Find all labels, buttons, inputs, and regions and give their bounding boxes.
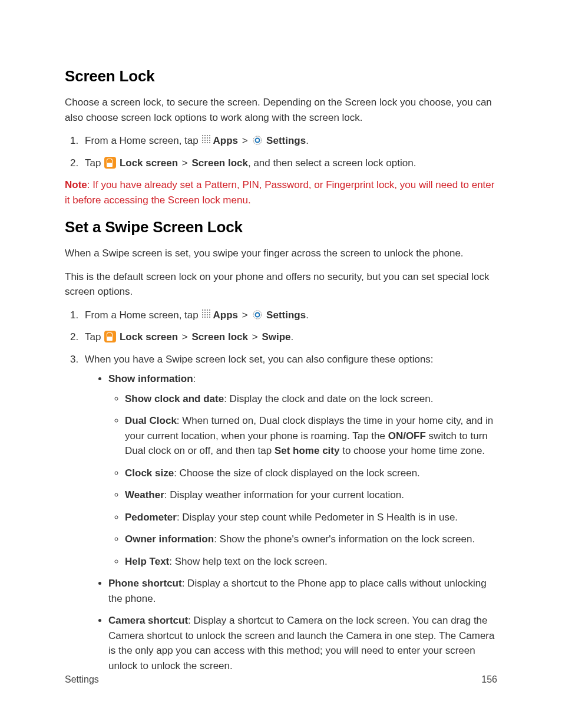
- colon: :: [193, 373, 196, 384]
- svg-point-35: [256, 312, 260, 317]
- paragraph-intro-1: Choose a screen lock, to secure the scre…: [65, 95, 497, 125]
- breadcrumb-separator: >: [182, 331, 188, 342]
- svg-rect-6: [207, 137, 208, 139]
- svg-rect-11: [209, 140, 210, 141]
- screen-lock-label: Screen lock: [192, 331, 248, 342]
- svg-rect-22: [202, 312, 203, 313]
- lock-screen-label: Lock screen: [120, 157, 178, 169]
- period: .: [306, 309, 309, 321]
- lock-screen-icon: [104, 331, 116, 342]
- onoff-label: ON/OFF: [388, 430, 426, 442]
- lock-screen-icon: [104, 157, 116, 169]
- svg-rect-15: [209, 142, 210, 143]
- show-info-sublist: Show clock and date: Display the clock a…: [108, 391, 497, 569]
- svg-rect-7: [209, 137, 210, 139]
- step-text: Tap: [85, 157, 104, 169]
- step-2b: Tap Lock screen > Screen lock > Swipe.: [81, 330, 497, 345]
- svg-rect-32: [207, 317, 208, 318]
- svg-rect-1: [204, 135, 206, 136]
- set-home-city-label: Set home city: [275, 445, 340, 456]
- option-label: Phone shortcut: [108, 578, 182, 589]
- screen-lock-label: Screen lock: [192, 157, 248, 169]
- step-text: From a Home screen, tap: [85, 135, 201, 146]
- breadcrumb-separator: >: [252, 331, 258, 342]
- svg-rect-19: [204, 309, 206, 311]
- svg-rect-2: [207, 135, 208, 136]
- settings-gear-icon: [252, 135, 263, 146]
- breadcrumb-separator: >: [242, 135, 248, 146]
- svg-rect-0: [202, 135, 203, 136]
- heading-swipe-lock: Set a Swipe Screen Lock: [65, 216, 497, 239]
- sub-show-clock-date: Show clock and date: Display the clock a…: [125, 391, 497, 407]
- sub-text: : Display weather information for your c…: [164, 489, 404, 500]
- step-text: From a Home screen, tap: [85, 309, 201, 321]
- svg-rect-3: [209, 135, 210, 136]
- sub-text: : Show the phone's owner's information o…: [214, 533, 475, 545]
- paragraph-swipe-2: This is the default screen lock on your …: [65, 269, 497, 299]
- steps-list-1: From a Home screen, tap Apps > Settings.…: [65, 133, 497, 170]
- settings-label: Settings: [266, 135, 306, 146]
- period: .: [306, 135, 309, 146]
- sub-label: Help Text: [125, 556, 169, 567]
- breadcrumb-separator: >: [182, 157, 188, 169]
- sub-weather: Weather: Display weather information for…: [125, 487, 497, 503]
- svg-rect-9: [204, 140, 206, 141]
- option-camera-shortcut: Camera shortcut: Display a shortcut to C…: [108, 613, 497, 673]
- sub-text: : Display the clock and date on the lock…: [224, 393, 433, 404]
- sub-clock-size: Clock size: Choose the size of clock dis…: [125, 466, 497, 481]
- svg-rect-8: [202, 140, 203, 141]
- svg-rect-29: [209, 314, 210, 315]
- period: .: [291, 331, 294, 342]
- sub-label: Dual Clock: [125, 415, 177, 426]
- footer-section: Settings: [65, 673, 99, 687]
- svg-rect-10: [207, 140, 208, 141]
- svg-rect-31: [204, 317, 206, 318]
- svg-rect-25: [209, 312, 210, 313]
- apps-label: Apps: [213, 135, 238, 146]
- lock-screen-label: Lock screen: [120, 331, 178, 342]
- sub-text: to choose your home time zone.: [339, 445, 485, 456]
- page-footer: Settings 156: [65, 673, 497, 687]
- svg-rect-18: [202, 309, 203, 311]
- step-1b: Tap Lock screen > Screen lock, and then …: [81, 156, 497, 171]
- sub-text: : Choose the size of clock displayed on …: [174, 467, 420, 479]
- swipe-label: Swipe: [262, 331, 290, 342]
- svg-rect-28: [207, 314, 208, 315]
- option-label: Show information: [108, 373, 193, 384]
- svg-rect-33: [209, 317, 210, 318]
- apps-grid-icon: [201, 134, 212, 145]
- apps-grid-icon: [201, 309, 212, 319]
- svg-rect-30: [202, 317, 203, 318]
- sub-owner-information: Owner information: Show the phone's owne…: [125, 532, 497, 547]
- sub-text: : Show help text on the lock screen.: [169, 556, 327, 567]
- sub-label: Owner information: [125, 533, 214, 545]
- svg-rect-21: [209, 309, 210, 311]
- paragraph-swipe-1: When a Swipe screen is set, you swipe yo…: [65, 246, 497, 261]
- svg-rect-26: [202, 314, 203, 315]
- svg-rect-23: [204, 312, 206, 313]
- sub-label: Pedometer: [125, 512, 177, 523]
- svg-rect-5: [204, 137, 206, 139]
- svg-rect-4: [202, 137, 203, 139]
- option-show-information: Show information: Show clock and date: D…: [108, 371, 497, 569]
- sub-pedometer: Pedometer: Display your step count while…: [125, 510, 497, 525]
- svg-rect-27: [204, 314, 206, 315]
- note-label: Note: [65, 179, 87, 190]
- svg-rect-20: [207, 309, 208, 311]
- apps-label: Apps: [213, 309, 238, 321]
- step-tail: , and then select a screen lock option.: [248, 157, 416, 169]
- step-2c: When you have a Swipe screen lock set, y…: [81, 352, 497, 674]
- heading-screen-lock: Screen Lock: [65, 65, 497, 88]
- svg-rect-24: [207, 312, 208, 313]
- step-intro: When you have a Swipe screen lock set, y…: [85, 354, 434, 365]
- note-text: : If you have already set a Pattern, PIN…: [65, 179, 494, 206]
- options-list: Show information: Show clock and date: D…: [85, 371, 497, 673]
- breadcrumb-separator: >: [242, 309, 248, 321]
- option-label: Camera shortcut: [108, 615, 188, 626]
- sub-label: Show clock and date: [125, 393, 224, 404]
- note-paragraph: Note: If you have already set a Pattern,…: [65, 177, 497, 207]
- sub-text: : Display your step count while Pedomete…: [177, 512, 458, 523]
- svg-rect-13: [204, 142, 206, 143]
- svg-point-34: [253, 311, 262, 319]
- step-2a: From a Home screen, tap Apps > Settings.: [81, 308, 497, 323]
